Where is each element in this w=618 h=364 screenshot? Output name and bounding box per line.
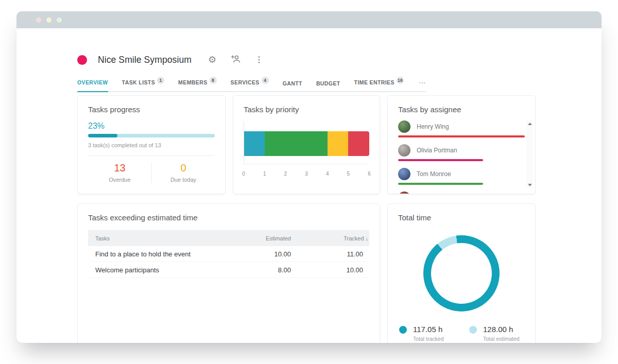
- axis-tick-label: 1: [263, 171, 266, 177]
- tab-label: BUDGET: [316, 80, 340, 86]
- tab-members[interactable]: MEMBERS8: [178, 76, 216, 92]
- settings-icon[interactable]: ⚙: [208, 55, 216, 64]
- stat-value: 0: [152, 162, 215, 174]
- tracked-value: 10.00: [297, 266, 369, 274]
- window-maximize-button[interactable]: [57, 18, 62, 23]
- avatar: [398, 168, 410, 180]
- legend-item-tracked: 117.05 h Total tracked time: [399, 325, 450, 343]
- total-time-card: Total time 117.05 h Total tracked time 1…: [387, 203, 536, 343]
- axis-tick-label: 4: [326, 171, 329, 177]
- avatar: [398, 120, 410, 133]
- assignee-list: Henry Wing Olivia Portman: [398, 120, 525, 194]
- priority-segment-4: [348, 131, 369, 156]
- legend-dot: [469, 326, 477, 334]
- priority-chart: [244, 121, 369, 164]
- column-header-label: Tracked: [344, 235, 364, 241]
- tasks-by-assignee-card: Tasks by assignee Henry Wing Olivia Port…: [387, 95, 536, 194]
- divider: [88, 155, 215, 156]
- add-person-icon[interactable]: [231, 55, 241, 65]
- stat-value: 13: [88, 162, 151, 174]
- legend-label: Total estimated time: [483, 336, 525, 343]
- list-item[interactable]: Olivia Portman: [398, 144, 525, 161]
- task-name[interactable]: Find to a place to hold the event: [88, 250, 220, 258]
- assignee-name: Henry Wing: [417, 123, 449, 130]
- priority-segment-1: [244, 131, 265, 156]
- tasks-by-priority-card: Tasks by priority 0123456: [233, 95, 380, 194]
- axis-tick-label: 0: [242, 171, 245, 177]
- assignee-name: Olivia Portman: [417, 147, 457, 154]
- legend-value: 128.00 h: [483, 325, 525, 334]
- tasks-exceeding-card: Tasks exceeding estimated time Tasks Est…: [77, 203, 380, 343]
- table-header-row: Tasks Estimated Tracked ↓: [88, 230, 369, 246]
- tab-label: GANTT: [283, 80, 302, 86]
- total-time-donut: [423, 235, 500, 311]
- axis-tick-label: 5: [347, 171, 350, 177]
- priority-segment-2: [265, 131, 328, 156]
- tab-services[interactable]: SERVICES4: [231, 76, 269, 92]
- axis-tick-label: 6: [368, 171, 371, 177]
- tab-budget[interactable]: BUDGET: [316, 77, 340, 92]
- due-today-stat: 0 Due today: [151, 162, 215, 183]
- tasks-progress-card: Tasks progress 23% 3 task(s) completed o…: [77, 95, 226, 194]
- task-name[interactable]: Welcome participants: [88, 266, 220, 274]
- priority-x-axis: 0123456: [244, 171, 369, 178]
- app-window: Nice Smile Symposium ⚙ ⋮ OVERVIEW TASK L…: [16, 11, 602, 343]
- scroll-down-icon[interactable]: [528, 184, 532, 186]
- table-body: Find to a place to hold the event 10.00 …: [88, 246, 369, 278]
- card-title: Tasks exceeding estimated time: [88, 213, 369, 222]
- card-title: Tasks by priority: [244, 105, 369, 114]
- tab-badge: 8: [210, 77, 217, 84]
- card-title: Tasks by assignee: [398, 105, 525, 114]
- legend-value: 117.05 h: [413, 325, 450, 334]
- priority-segment-3: [328, 131, 348, 156]
- sort-descending-icon: ↓: [366, 235, 369, 241]
- project-color-dot: [77, 55, 87, 65]
- tab-label: OVERVIEW: [77, 79, 108, 85]
- tab-badge: 1: [157, 77, 164, 84]
- window-close-button[interactable]: [36, 18, 41, 23]
- tab-task-lists[interactable]: TASK LISTS1: [122, 76, 164, 92]
- assignee-bar: [398, 135, 525, 137]
- estimated-value: 10.00: [220, 250, 297, 258]
- list-item[interactable]: Tom Monroe: [398, 168, 525, 185]
- scroll-up-icon[interactable]: [528, 123, 532, 125]
- assignee-name: Tom Monroe: [417, 170, 451, 178]
- progress-bar-track: [88, 134, 215, 137]
- progress-subtitle: 3 task(s) completed out of 13: [88, 142, 215, 148]
- tab-label: SERVICES: [231, 79, 260, 85]
- tab-label: MEMBERS: [178, 79, 207, 85]
- column-header-estimated[interactable]: Estimated: [220, 235, 297, 241]
- legend-item-estimated: 128.00 h Total estimated time: [469, 325, 525, 343]
- progress-stats: 13 Overdue 0 Due today: [88, 162, 215, 183]
- tracked-value: 11.00: [297, 250, 369, 258]
- window-minimize-button[interactable]: [46, 18, 52, 23]
- column-header-tracked[interactable]: Tracked ↓: [297, 235, 369, 241]
- assignee-bar: [398, 183, 483, 185]
- list-item[interactable]: Philip Douglas: [398, 192, 525, 194]
- table-row[interactable]: Find to a place to hold the event 10.00 …: [88, 246, 369, 262]
- table-row[interactable]: Welcome participants 8.00 10.00: [88, 262, 369, 278]
- stat-label: Due today: [152, 177, 215, 183]
- tab-overview[interactable]: OVERVIEW: [77, 76, 108, 92]
- total-time-legend: 117.05 h Total tracked time 128.00 h Tot…: [398, 325, 525, 343]
- axis-tick-label: 3: [305, 171, 308, 177]
- window-titlebar: [16, 11, 602, 28]
- tab-label: TASK LISTS: [122, 79, 155, 85]
- tabs-overflow-icon[interactable]: ⋯: [418, 76, 426, 92]
- page-content: Nice Smile Symposium ⚙ ⋮ OVERVIEW TASK L…: [16, 28, 602, 343]
- list-item[interactable]: Henry Wing: [398, 120, 525, 137]
- estimated-value: 8.00: [220, 266, 297, 274]
- progress-fill: [88, 134, 117, 137]
- tab-bar: OVERVIEW TASK LISTS1 MEMBERS8 SERVICES4 …: [77, 76, 426, 92]
- legend-label: Total tracked time: [413, 336, 450, 343]
- column-header-tasks[interactable]: Tasks: [88, 235, 220, 241]
- progress-percent: 23%: [88, 122, 215, 131]
- tab-badge: 16: [397, 77, 404, 84]
- axis-tick-label: 2: [284, 171, 287, 177]
- more-options-icon[interactable]: ⋮: [255, 56, 263, 64]
- project-header: Nice Smile Symposium ⚙ ⋮: [77, 51, 263, 68]
- tab-time-entries[interactable]: TIME ENTRIES16: [354, 76, 404, 92]
- tab-gantt[interactable]: GANTT: [283, 77, 302, 92]
- scrollbar[interactable]: [526, 120, 533, 188]
- tasks-table: Tasks Estimated Tracked ↓ Find to a plac…: [88, 230, 369, 278]
